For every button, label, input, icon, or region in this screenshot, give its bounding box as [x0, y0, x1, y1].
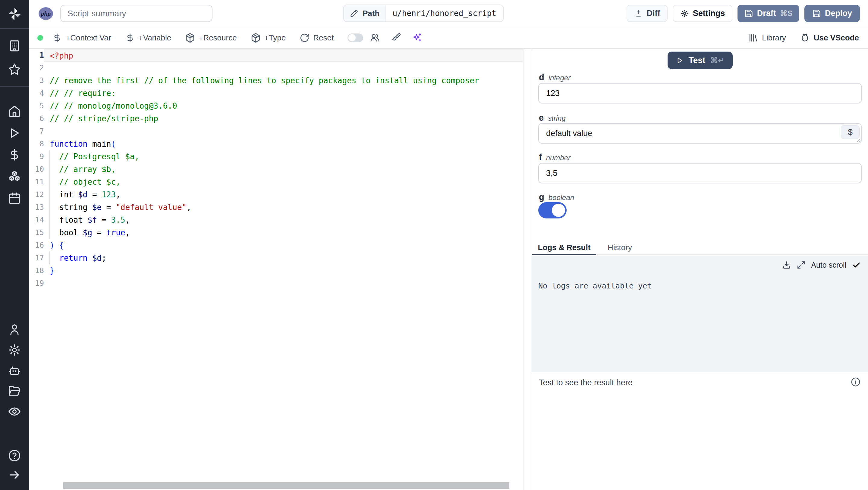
- sidebar-item-calendar[interactable]: [0, 188, 29, 209]
- gear-icon: [680, 9, 689, 18]
- code-editor[interactable]: 1<?php23// remove the first // of the fo…: [29, 49, 524, 490]
- line-number: 5: [29, 99, 44, 112]
- settings-button[interactable]: Settings: [673, 5, 733, 22]
- diff-button[interactable]: Diff: [627, 5, 668, 22]
- line-number: 7: [29, 125, 44, 138]
- draft-shortcut: ⌘S: [780, 9, 793, 18]
- indent-guide: [50, 150, 50, 163]
- collaborators-button[interactable]: [370, 33, 380, 43]
- test-button[interactable]: Test ⌘↵: [668, 52, 733, 69]
- arg-g-toggle[interactable]: [538, 202, 567, 219]
- code-line-7: 7: [29, 125, 523, 138]
- code-content: // // monolog/monolog@3.6.0: [44, 99, 523, 112]
- gear-icon: [8, 343, 21, 357]
- code-line-15: 15 bool $g = true,: [29, 226, 523, 239]
- boxes-icon: [8, 170, 21, 183]
- code-content: <?php: [44, 49, 523, 62]
- sidebar-item-robot[interactable]: [0, 360, 29, 381]
- line-number: 2: [29, 62, 44, 74]
- deploy-button[interactable]: Deploy: [804, 5, 860, 22]
- expand-icon[interactable]: [797, 260, 806, 269]
- windmill-pinwheel-icon: [7, 6, 22, 22]
- line-number: 1: [29, 49, 44, 62]
- play-icon: [8, 126, 21, 140]
- sidebar-item-play[interactable]: [0, 122, 29, 144]
- code-line-17: 17 return $d;: [29, 252, 523, 264]
- ai-assistant-button[interactable]: [412, 33, 422, 43]
- arg-e-input[interactable]: [538, 123, 862, 144]
- reset-button[interactable]: Reset: [300, 33, 334, 43]
- add-context-var-button[interactable]: +Context Var: [52, 33, 111, 43]
- auto-scroll-label: Auto scroll: [811, 261, 846, 269]
- help-circle-icon: [8, 449, 21, 462]
- line-number: 9: [29, 150, 44, 163]
- download-icon[interactable]: [782, 260, 791, 269]
- code-content: [44, 62, 523, 74]
- test-label: Test: [689, 56, 706, 65]
- sidebar-item-dollar[interactable]: [0, 144, 29, 166]
- editor-toolbar: +Context Var +Variable +Resource +Type R…: [29, 27, 868, 49]
- use-vscode-button[interactable]: Use VScode: [800, 33, 859, 43]
- log-area: Auto scroll No logs are available yet: [532, 256, 868, 372]
- code-line-1: 1<?php: [29, 49, 523, 62]
- arg-f-input[interactable]: [538, 163, 862, 183]
- info-icon[interactable]: [850, 377, 861, 387]
- sidebar-item-home[interactable]: [0, 100, 29, 122]
- code-line-14: 14 float $f = 3.5,: [29, 213, 523, 226]
- line-number: 14: [29, 213, 44, 226]
- code-line-10: 10 // array $b,: [29, 163, 523, 176]
- windmill-logo[interactable]: [0, 0, 29, 29]
- tab-history[interactable]: History: [596, 240, 644, 254]
- library-button[interactable]: Library: [748, 33, 786, 43]
- code-content: int $d = 123,: [44, 188, 523, 201]
- arg-name: d: [539, 73, 544, 82]
- script-summary-input[interactable]: [60, 5, 213, 22]
- sidebar-item-help-circle[interactable]: [0, 446, 29, 465]
- sidebar-item-gear[interactable]: [0, 340, 29, 360]
- code-content: [44, 125, 523, 138]
- add-variable-label: +Variable: [138, 33, 172, 42]
- library-icon: [748, 33, 758, 43]
- code-content: bool $g = true,: [44, 226, 523, 239]
- sidebar-item-building[interactable]: [0, 34, 29, 58]
- indent-guide: [50, 188, 50, 201]
- path-label-section: Path: [344, 5, 386, 22]
- arg-d-input[interactable]: [538, 83, 862, 104]
- diff-mode-toggle[interactable]: [347, 33, 363, 42]
- draft-button[interactable]: Draft ⌘S: [738, 5, 799, 22]
- sidebar-item-arrow-right[interactable]: [0, 465, 29, 485]
- code-line-11: 11 // object $c,: [29, 176, 523, 188]
- sidebar-item-user[interactable]: [0, 319, 29, 340]
- code-content: // // require:: [44, 87, 523, 99]
- reset-label: Reset: [313, 33, 334, 42]
- textarea-resize-grip[interactable]: [855, 137, 861, 142]
- toolbar-right: Library Use VScode: [748, 33, 859, 43]
- code-line-3: 3// remove the first // of the following…: [29, 74, 523, 87]
- calendar-icon: [8, 192, 21, 205]
- sidebar-group-account: [0, 319, 29, 422]
- arg-type: boolean: [549, 194, 574, 202]
- sidebar-item-eye[interactable]: [0, 401, 29, 422]
- line-number: 13: [29, 201, 44, 213]
- format-code-button[interactable]: [391, 33, 401, 43]
- add-context-var-label: +Context Var: [66, 33, 111, 42]
- sidebar-item-boxes[interactable]: [0, 166, 29, 188]
- code-line-13: 13 string $e = "default value",: [29, 201, 523, 213]
- code-content: function main(: [44, 138, 523, 150]
- sidebar-item-star[interactable]: [0, 58, 29, 81]
- add-variable-button[interactable]: +Variable: [125, 33, 172, 43]
- line-number: 8: [29, 138, 44, 150]
- horizontal-scrollbar[interactable]: [63, 482, 509, 489]
- dollar-icon: [52, 33, 62, 43]
- status-dot: [37, 35, 43, 41]
- path-value: u/henri/honored_script: [386, 5, 503, 22]
- add-resource-button[interactable]: +Resource: [185, 33, 237, 43]
- tab-logs-result[interactable]: Logs & Result: [532, 240, 596, 254]
- check-icon[interactable]: [852, 260, 861, 269]
- add-type-button[interactable]: +Type: [251, 33, 286, 43]
- path-field[interactable]: Path u/henri/honored_script: [343, 4, 504, 22]
- code-lines: 1<?php23// remove the first // of the fo…: [29, 49, 523, 290]
- sparkles-icon: [412, 33, 422, 43]
- code-content: ) {: [44, 239, 523, 252]
- sidebar-item-folder-open[interactable]: [0, 381, 29, 401]
